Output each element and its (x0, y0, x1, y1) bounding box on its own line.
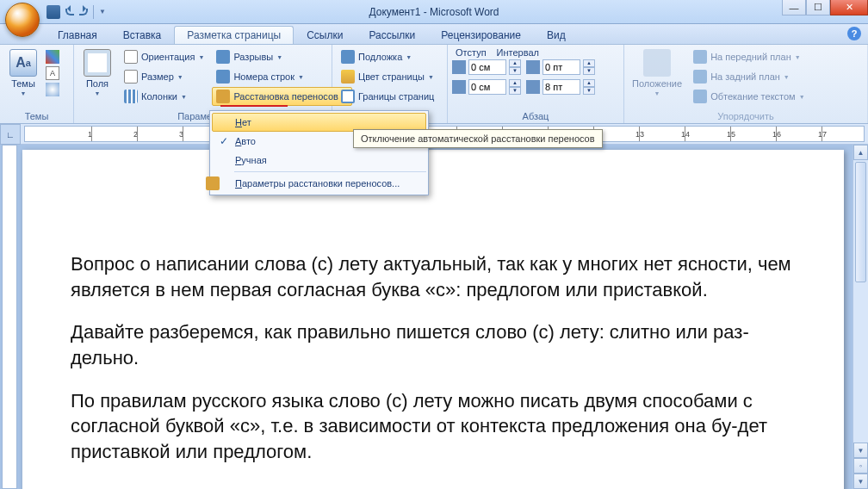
spacing-before-icon (526, 60, 540, 74)
theme-fonts-icon[interactable]: A (46, 66, 59, 80)
ribbon: Aa Темы ▼ A Темы Поля ▼ Ориентация▼ Разм… (0, 45, 868, 124)
tab-view[interactable]: Вид (534, 26, 579, 44)
qat-separator (93, 5, 94, 19)
vertical-scrollbar[interactable]: ▲ ▼ ◦ ▼ (852, 145, 868, 489)
position-button: Положение ▼ (629, 47, 685, 98)
close-button[interactable]: ✕ (830, 0, 868, 15)
help-icon[interactable]: ? (847, 27, 861, 40)
tab-page-layout[interactable]: Разметка страницы (174, 26, 294, 44)
spacing-label: Интервал (497, 47, 539, 58)
theme-colors-icon[interactable] (46, 50, 59, 64)
watermark-button[interactable]: Подложка▼ (337, 47, 438, 66)
margins-button[interactable]: Поля ▼ (78, 47, 116, 98)
vertical-ruler[interactable] (2, 145, 17, 489)
send-back-icon (693, 70, 707, 84)
hyphenation-icon (216, 90, 230, 103)
paragraph-2: Давайте разберемся, как правильно пишетс… (71, 319, 796, 370)
spacing-after-icon (526, 80, 540, 94)
orientation-icon (124, 50, 138, 64)
tab-review[interactable]: Рецензирование (428, 26, 534, 44)
columns-button[interactable]: Колонки▼ (120, 87, 208, 106)
page-borders-button[interactable]: Границы страниц (337, 87, 438, 106)
window-title: Документ1 - Microsoft Word (369, 6, 499, 18)
scroll-down-button[interactable]: ▼ (853, 443, 868, 458)
paragraph-1: Вопрос о написании слова (с) лету актуал… (71, 251, 796, 302)
office-button[interactable] (5, 3, 40, 37)
hyphenation-options-icon (206, 176, 220, 190)
indent-left-spinner[interactable]: ▲▼ (452, 58, 521, 77)
text-wrap-icon (693, 90, 707, 103)
position-icon (643, 49, 671, 77)
indent-label: Отступ (456, 47, 487, 58)
tooltip: Отключение автоматической расстановки пе… (353, 129, 603, 148)
group-label-arrange: Упорядочить (629, 110, 863, 122)
bring-front-button: На передний план▼ (689, 47, 809, 66)
save-icon[interactable] (46, 5, 60, 19)
group-label-paragraph: Абзац (452, 110, 619, 122)
page-color-icon (341, 70, 355, 84)
dropdown-item-options[interactable]: Параметры расстановки переносов... (212, 174, 426, 193)
tab-selector[interactable]: ∟ (0, 124, 21, 145)
size-button[interactable]: Размер▼ (120, 67, 208, 86)
qat-customize-icon[interactable]: ▼ (99, 8, 106, 15)
spacing-after-spinner[interactable]: ▲▼ (526, 77, 595, 96)
next-page-button[interactable]: ▼ (853, 474, 868, 489)
dropdown-item-manual[interactable]: Ручная (212, 151, 426, 170)
margins-icon (84, 49, 111, 77)
tab-mailings[interactable]: Рассылки (356, 26, 428, 44)
scroll-up-button[interactable]: ▲ (853, 145, 868, 160)
columns-icon (124, 90, 138, 103)
minimize-button[interactable]: — (782, 0, 806, 15)
prev-page-button[interactable]: ◦ (853, 458, 868, 474)
themes-icon: Aa (9, 49, 37, 77)
paragraph-3: По правилам русского языка слово (с) лет… (71, 388, 796, 465)
indent-right-icon (452, 80, 466, 94)
undo-icon[interactable] (65, 9, 74, 15)
annotation-underline (220, 105, 288, 107)
line-numbers-icon (216, 70, 230, 84)
theme-effects-icon[interactable] (46, 83, 59, 96)
text-wrap-button: Обтекание текстом▼ (689, 87, 809, 106)
indent-left-icon (452, 60, 466, 74)
hyphenation-dropdown: Нет ✓Авто Ручная Параметры расстановки п… (209, 110, 429, 195)
indent-right-spinner[interactable]: ▲▼ (452, 77, 521, 96)
themes-button[interactable]: Aa Темы ▼ (4, 47, 42, 98)
redo-icon[interactable] (79, 9, 88, 15)
size-icon (124, 70, 138, 84)
maximize-button[interactable]: ☐ (806, 0, 830, 15)
dropdown-separator (234, 171, 426, 172)
group-label-themes: Темы (4, 110, 69, 122)
tab-insert[interactable]: Вставка (110, 26, 175, 44)
spacing-before-spinner[interactable]: ▲▼ (526, 58, 595, 77)
breaks-button[interactable]: Разрывы▼ (212, 47, 351, 66)
page-color-button[interactable]: Цвет страницы▼ (337, 67, 438, 86)
send-back-button: На задний план▼ (689, 67, 809, 86)
watermark-icon (341, 50, 355, 64)
tab-references[interactable]: Ссылки (294, 26, 356, 44)
bring-front-icon (693, 50, 707, 64)
ribbon-tabs: Главная Вставка Разметка страницы Ссылки… (0, 24, 868, 45)
line-numbers-button[interactable]: Номера строк▼ (212, 67, 351, 86)
scroll-thumb[interactable] (855, 162, 866, 282)
breaks-icon (216, 50, 230, 64)
orientation-button[interactable]: Ориентация▼ (120, 47, 208, 66)
tab-home[interactable]: Главная (45, 26, 110, 44)
hyphenation-button[interactable]: Расстановка переносов▼ (212, 87, 351, 106)
page-borders-icon (341, 90, 355, 103)
document-page[interactable]: Вопрос о написании слова (с) лету актуал… (22, 150, 844, 489)
